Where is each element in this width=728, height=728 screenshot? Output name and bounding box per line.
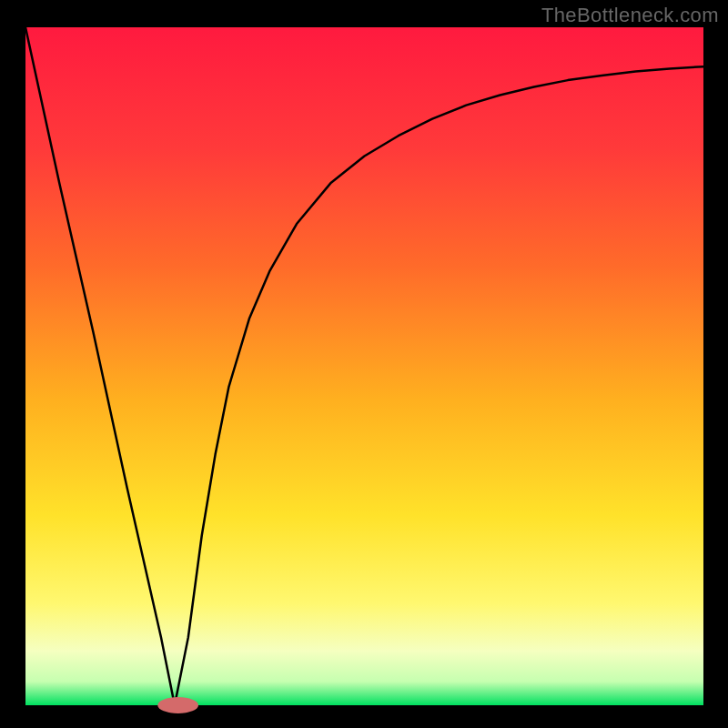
bottleneck-chart bbox=[0, 0, 728, 728]
optimum-marker bbox=[157, 697, 198, 713]
plot-background bbox=[25, 27, 703, 705]
attribution-text: TheBottleneck.com bbox=[541, 4, 719, 27]
chart-frame: TheBottleneck.com bbox=[0, 0, 728, 728]
